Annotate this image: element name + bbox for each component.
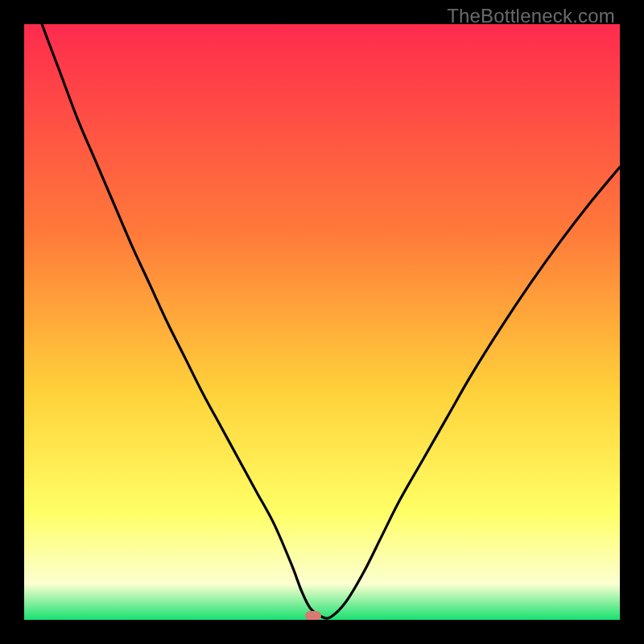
watermark-text: TheBottleneck.com	[447, 5, 615, 27]
optimal-marker	[305, 611, 321, 620]
chart-frame: TheBottleneck.com	[0, 0, 644, 644]
plot-area	[24, 24, 620, 620]
bottleneck-curve	[24, 24, 620, 620]
